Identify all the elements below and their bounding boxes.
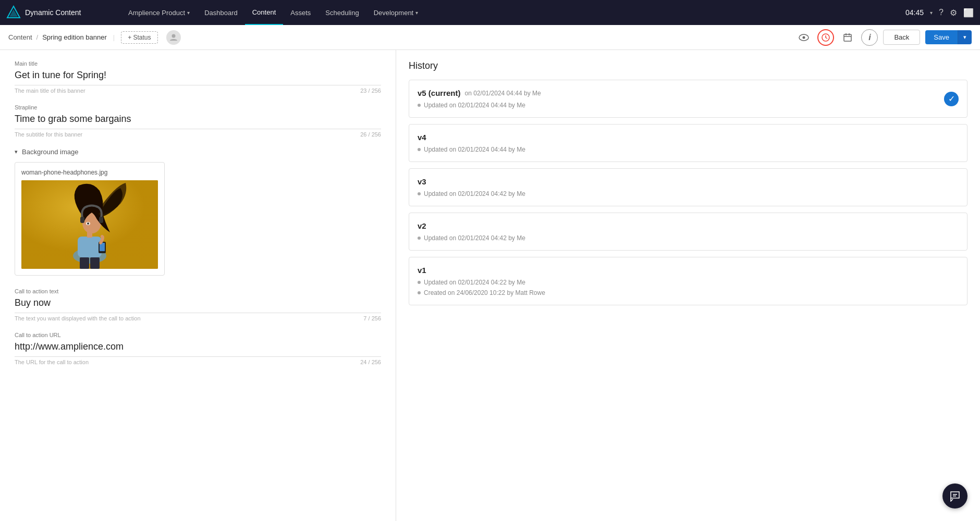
nav-item-amplience[interactable]: Amplience Product ▾ xyxy=(121,0,197,25)
image-filename: woman-phone-headphones.jpg xyxy=(21,169,158,176)
right-panel: History v5 (current) on 02/01/2024 04:44… xyxy=(396,50,980,521)
save-button[interactable]: Save xyxy=(925,30,958,44)
top-nav: Dynamic Content Amplience Product ▾ Dash… xyxy=(0,0,980,25)
version-v1-update2: Created on 24/06/2020 10:22 by Matt Rowe xyxy=(418,289,959,296)
version-v2-label: v2 xyxy=(418,221,426,230)
version-v4-update: Updated on 02/01/2024 04:44 by Me xyxy=(418,146,959,153)
strapline-value[interactable]: Time to grab some bargains xyxy=(15,114,381,129)
svg-point-4 xyxy=(803,36,805,39)
bg-image-label: Background image xyxy=(22,148,78,156)
cta-url-hint: The URL for the call to action xyxy=(15,359,89,365)
version-v4-label: v4 xyxy=(418,133,426,142)
version-v5-update: Updated on 02/01/2024 04:44 by Me xyxy=(418,102,959,109)
nav-item-assets[interactable]: Assets xyxy=(283,0,318,25)
background-image-section: ▾ Background image woman-phone-headphone… xyxy=(15,148,381,276)
version-card-v3[interactable]: v3 Updated on 02/01/2024 04:42 by Me xyxy=(409,168,967,206)
calendar-icon[interactable] xyxy=(839,29,856,46)
strapline-counter: 26 / 256 xyxy=(360,131,381,138)
save-arrow-button[interactable]: ▾ xyxy=(958,30,972,44)
logo-icon xyxy=(6,5,21,20)
main-title-hint: The main title of this banner xyxy=(15,88,85,94)
version-v3-update-text: Updated on 02/01/2024 04:42 by Me xyxy=(424,190,525,197)
update-dot xyxy=(418,148,421,151)
current-check: ✓ xyxy=(944,92,959,106)
version-v1-label: v1 xyxy=(418,266,426,275)
nav-dashboard-label: Dashboard xyxy=(204,9,238,17)
nav-amplience-label: Amplience Product xyxy=(128,9,185,17)
breadcrumb-divider: | xyxy=(113,33,115,41)
left-panel: Main title Get in tune for Spring! The m… xyxy=(0,50,396,521)
history-title: History xyxy=(409,60,967,71)
preview-icon[interactable] xyxy=(795,29,812,46)
settings-icon[interactable]: ⚙ xyxy=(950,8,957,18)
main-title-field: Main title Get in tune for Spring! The m… xyxy=(15,60,381,94)
nav-amplience-arrow: ▾ xyxy=(187,10,190,16)
breadcrumb-parent[interactable]: Content xyxy=(8,33,32,41)
breadcrumb-bar: Content / Spring edition banner | + Stat… xyxy=(0,25,980,50)
cta-text-value[interactable]: Buy now xyxy=(15,297,381,313)
svg-rect-13 xyxy=(78,237,102,257)
user-icon[interactable]: ⬜ xyxy=(963,8,974,18)
main-title-counter: 23 / 256 xyxy=(360,88,381,94)
chat-fab[interactable] xyxy=(942,483,967,508)
svg-marker-1 xyxy=(9,9,18,17)
svg-rect-6 xyxy=(844,34,851,41)
version-v3-update: Updated on 02/01/2024 04:42 by Me xyxy=(418,190,959,197)
cta-text-label: Call to action text xyxy=(15,288,381,294)
avatar-icon xyxy=(169,33,178,42)
version-v5-update-text: Updated on 02/01/2024 04:44 by Me xyxy=(424,102,525,109)
update-dot xyxy=(418,104,421,107)
cta-text-field: Call to action text Buy now The text you… xyxy=(15,288,381,321)
collapse-icon: ▾ xyxy=(15,148,18,155)
info-icon[interactable]: i xyxy=(861,29,878,46)
svg-point-2 xyxy=(172,34,175,38)
cta-text-hint: The text you want displayed with the cal… xyxy=(15,315,141,321)
svg-rect-19 xyxy=(99,217,103,223)
nav-items: Amplience Product ▾ Dashboard Content As… xyxy=(121,0,905,25)
version-card-v4[interactable]: v4 Updated on 02/01/2024 04:44 by Me xyxy=(409,124,967,162)
cta-text-counter: 7 / 256 xyxy=(363,315,381,321)
nav-logo[interactable]: Dynamic Content xyxy=(6,5,121,20)
cta-url-field: Call to action URL http://www.amplience.… xyxy=(15,332,381,365)
image-card[interactable]: woman-phone-headphones.jpg xyxy=(15,162,165,276)
version-v1-update1: Updated on 02/01/2024 04:22 by Me xyxy=(418,279,959,286)
cta-url-value[interactable]: http://www.amplience.com xyxy=(15,341,381,357)
nav-development-label: Development xyxy=(374,9,414,17)
breadcrumb-separator: / xyxy=(36,33,39,41)
version-v2-update: Updated on 02/01/2024 04:42 by Me xyxy=(418,234,959,242)
update-dot xyxy=(418,281,421,284)
image-preview xyxy=(21,180,158,269)
breadcrumb-current: Spring edition banner xyxy=(42,33,107,41)
version-v5-label: v5 (current) xyxy=(418,89,461,97)
version-v1-update-text1: Updated on 02/01/2024 04:22 by Me xyxy=(424,279,525,286)
svg-rect-18 xyxy=(80,217,84,223)
chat-icon xyxy=(949,490,961,502)
version-card-v5[interactable]: v5 (current) on 02/01/2024 04:44 by Me U… xyxy=(409,80,967,118)
version-v2-update-text: Updated on 02/01/2024 04:42 by Me xyxy=(424,234,525,242)
nav-development-arrow: ▾ xyxy=(415,10,418,16)
strapline-hint: The subtitle for this banner xyxy=(15,131,82,138)
version-v3-label: v3 xyxy=(418,177,426,186)
nav-time-arrow[interactable]: ▾ xyxy=(930,10,933,16)
svg-rect-23 xyxy=(90,257,100,269)
nav-scheduling-label: Scheduling xyxy=(325,9,359,17)
bg-image-header[interactable]: ▾ Background image xyxy=(15,148,381,156)
cta-url-counter: 24 / 256 xyxy=(360,359,381,365)
help-icon[interactable]: ? xyxy=(939,8,944,17)
svg-rect-22 xyxy=(80,257,89,269)
update-dot xyxy=(418,237,421,240)
history-icon[interactable] xyxy=(817,29,834,46)
breadcrumb-actions: i Back Save ▾ xyxy=(795,29,972,46)
status-button[interactable]: + Status xyxy=(121,31,157,44)
nav-item-content[interactable]: Content xyxy=(245,0,284,25)
version-card-v2[interactable]: v2 Updated on 02/01/2024 04:42 by Me xyxy=(409,213,967,251)
nav-item-development[interactable]: Development ▾ xyxy=(366,0,426,25)
nav-item-dashboard[interactable]: Dashboard xyxy=(197,0,245,25)
main-title-value[interactable]: Get in tune for Spring! xyxy=(15,70,381,85)
update-dot xyxy=(418,291,421,294)
version-card-v1[interactable]: v1 Updated on 02/01/2024 04:22 by Me Cre… xyxy=(409,257,967,305)
nav-item-scheduling[interactable]: Scheduling xyxy=(318,0,366,25)
back-button[interactable]: Back xyxy=(883,30,920,45)
update-dot xyxy=(418,192,421,195)
nav-right: 04:45 ▾ ? ⚙ ⬜ xyxy=(905,8,974,18)
